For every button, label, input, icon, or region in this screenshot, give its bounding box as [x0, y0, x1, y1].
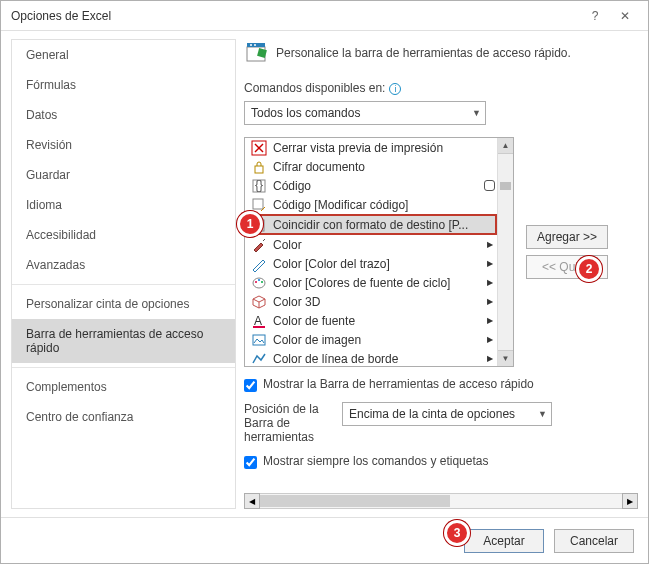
close-red-icon — [251, 140, 267, 156]
sidebar-item-3[interactable]: Revisión — [12, 130, 235, 160]
dialog-body: GeneralFórmulasDatosRevisiónGuardarIdiom… — [1, 31, 648, 517]
submenu-icon: ▶ — [487, 335, 493, 344]
command-label: Color de imagen — [273, 333, 361, 347]
command-label: Código [Modificar código] — [273, 198, 408, 212]
cube-icon — [251, 294, 267, 310]
dialog-footer: Aceptar Cancelar — [1, 517, 648, 563]
command-item[interactable]: Color [Colores de fuente de ciclo]▶ — [245, 273, 497, 292]
command-item[interactable]: Cerrar vista previa de impresión — [245, 138, 497, 157]
position-combo[interactable]: Encima de la cinta de opciones ▼ — [342, 402, 552, 426]
sidebar-item-6[interactable]: Accesibilidad — [12, 220, 235, 250]
window-title: Opciones de Excel — [11, 9, 580, 23]
command-label: Color de fuente — [273, 314, 355, 328]
command-label: Color de línea de borde — [273, 352, 398, 366]
add-button[interactable]: Agregar >> — [526, 225, 608, 249]
titlebar: Opciones de Excel ? ✕ — [1, 1, 648, 31]
hscroll-right-icon[interactable]: ▶ — [622, 493, 638, 509]
available-commands-combo[interactable]: Todos los comandos ▼ — [244, 101, 486, 125]
position-label: Posición de la Barra de herramientas — [244, 402, 334, 444]
code-icon: {} — [251, 178, 267, 194]
command-label: Color [Colores de fuente de ciclo] — [273, 276, 450, 290]
svg-point-2 — [250, 44, 252, 46]
dropdown-square-icon — [484, 180, 495, 191]
command-item[interactable]: AColor de fuente▶ — [245, 311, 497, 330]
command-item[interactable]: Coincidir con formato de destino [P... — [245, 214, 497, 235]
scroll-down-icon[interactable]: ▼ — [498, 350, 513, 366]
help-button[interactable]: ? — [580, 4, 610, 28]
svg-line-14 — [263, 239, 265, 241]
sidebar-item-10[interactable]: Complementos — [12, 372, 235, 402]
svg-rect-8 — [255, 166, 263, 173]
panel-header: Personalice la barra de herramientas de … — [244, 39, 638, 71]
font-a-icon: A — [251, 313, 267, 329]
commands-listbox[interactable]: Cerrar vista previa de impresiónCifrar d… — [244, 137, 514, 367]
svg-text:{}: {} — [255, 178, 263, 192]
cancel-button[interactable]: Cancelar — [554, 529, 634, 553]
svg-rect-21 — [253, 335, 265, 345]
show-labels-checkbox[interactable] — [244, 456, 257, 469]
svg-rect-11 — [253, 199, 263, 209]
hscroll-thumb[interactable] — [260, 495, 450, 507]
command-item[interactable]: {}Código — [245, 176, 497, 195]
sidebar-item-7[interactable]: Avanzadas — [12, 250, 235, 280]
sidebar-item-5[interactable]: Idioma — [12, 190, 235, 220]
command-label: Color — [273, 238, 302, 252]
info-icon[interactable]: i — [389, 83, 401, 95]
sidebar-item-11[interactable]: Centro de confianza — [12, 402, 235, 432]
submenu-icon: ▶ — [487, 259, 493, 268]
callout-1: 1 — [237, 211, 263, 237]
command-item[interactable]: Color 3D▶ — [245, 292, 497, 311]
sidebar-item-4[interactable]: Guardar — [12, 160, 235, 190]
svg-point-17 — [258, 279, 260, 281]
sidebar-item-8[interactable]: Personalizar cinta de opciones — [12, 289, 235, 319]
position-row: Posición de la Barra de herramientas Enc… — [244, 402, 638, 444]
command-item[interactable]: Cifrar documento — [245, 157, 497, 176]
scroll-up-icon[interactable]: ▲ — [498, 138, 513, 154]
code-edit-icon — [251, 197, 267, 213]
panel-hscroll[interactable]: ◀ ▶ — [244, 493, 638, 509]
qat-customize-icon — [244, 41, 268, 65]
category-sidebar: GeneralFórmulasDatosRevisiónGuardarIdiom… — [11, 39, 236, 509]
commands-row: Cerrar vista previa de impresiónCifrar d… — [244, 137, 638, 367]
svg-point-3 — [254, 44, 256, 46]
callout-2: 2 — [576, 256, 602, 282]
hscroll-track[interactable] — [260, 493, 622, 509]
show-qat-label: Mostrar la Barra de herramientas de acce… — [263, 377, 534, 391]
hscroll-left-icon[interactable]: ◀ — [244, 493, 260, 509]
image-icon — [251, 332, 267, 348]
command-item[interactable]: Color de línea de borde▶ — [245, 349, 497, 366]
submenu-icon: ▶ — [487, 297, 493, 306]
command-item[interactable]: Código [Modificar código] — [245, 195, 497, 214]
command-item[interactable]: Color▶ — [245, 235, 497, 254]
pen-icon — [251, 256, 267, 272]
sidebar-item-1[interactable]: Fórmulas — [12, 70, 235, 100]
callout-3: 3 — [444, 520, 470, 546]
sidebar-item-2[interactable]: Datos — [12, 100, 235, 130]
svg-point-18 — [261, 281, 263, 283]
brush-icon — [251, 237, 267, 253]
available-commands-label: Comandos disponibles en:i — [244, 81, 638, 95]
command-label: Cifrar documento — [273, 160, 365, 174]
close-button[interactable]: ✕ — [610, 4, 640, 28]
submenu-icon: ▶ — [487, 278, 493, 287]
sidebar-item-0[interactable]: General — [12, 40, 235, 70]
list-vscroll[interactable]: ▲ ▼ — [497, 138, 513, 366]
scroll-thumb[interactable] — [500, 182, 511, 190]
panel-header-text: Personalice la barra de herramientas de … — [276, 46, 571, 60]
show-qat-checkbox[interactable] — [244, 379, 257, 392]
svg-point-16 — [255, 281, 257, 283]
lock-icon — [251, 159, 267, 175]
show-labels-checkbox-row[interactable]: Mostrar siempre los comandos y etiquetas — [244, 454, 638, 469]
excel-options-dialog: Opciones de Excel ? ✕ GeneralFórmulasDat… — [0, 0, 649, 564]
command-label: Coincidir con formato de destino [P... — [273, 218, 468, 232]
sidebar-item-9[interactable]: Barra de herramientas de acceso rápido — [12, 319, 235, 363]
show-labels-label: Mostrar siempre los comandos y etiquetas — [263, 454, 488, 468]
command-item[interactable]: Color [Color del trazo]▶ — [245, 254, 497, 273]
command-item[interactable]: Color de imagen▶ — [245, 330, 497, 349]
chevron-down-icon: ▼ — [538, 409, 547, 419]
combo-value: Todos los comandos — [251, 106, 360, 120]
submenu-icon: ▶ — [487, 316, 493, 325]
svg-text:A: A — [254, 314, 262, 328]
ok-button[interactable]: Aceptar — [464, 529, 544, 553]
show-qat-checkbox-row[interactable]: Mostrar la Barra de herramientas de acce… — [244, 377, 638, 392]
